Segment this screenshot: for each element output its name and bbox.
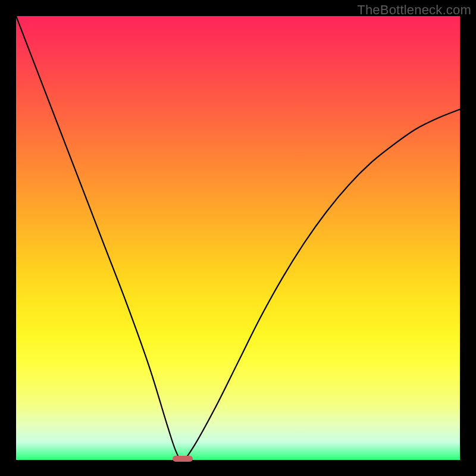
min-marker [173,456,193,462]
bottleneck-curve [0,0,476,476]
watermark-text: TheBottleneck.com [357,2,471,18]
